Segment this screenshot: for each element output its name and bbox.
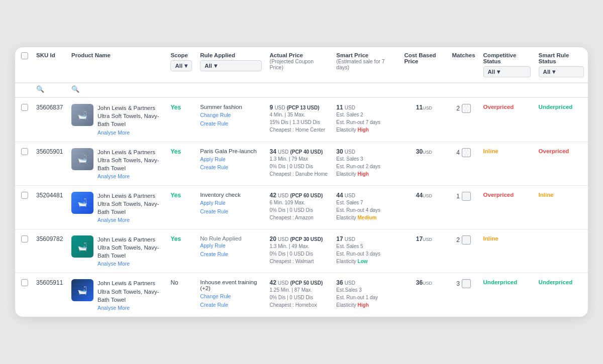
rule-header-label: Rule Applied [200,52,261,58]
rule-filter[interactable]: All ▾ [200,60,261,71]
competitive-filter[interactable]: All ▾ [483,66,531,77]
cost-currency: USD [423,237,432,242]
rule-link[interactable]: Change Rule [200,292,261,301]
sku-value: 35605911 [36,279,63,286]
product-cell: 🛁 John Lewis & Partners Ultra Soft Towel… [67,97,166,142]
sku-value: 35606837 [36,104,63,111]
smart-rule-status: Underpriced [539,279,573,285]
select-all-checkbox[interactable] [21,52,28,59]
actual-price-cell: 42 USD (PCP 60 USD) 6 Min. 109 Max. 0% D… [266,185,333,229]
search-smart-cell [332,83,400,97]
rule-link[interactable]: Create Rule [200,207,261,216]
table-row: 35204481 🛁 John Lewis & Partners Ultra S… [15,185,588,229]
smart-price-cell: 30 USD Est. Sales 3 Est. Run-out 2 days … [332,142,400,185]
rule-filter-value: All [205,63,212,69]
smart-rule-cell: Underpriced [535,273,588,317]
row-checkbox[interactable] [21,148,28,155]
scope-value: Yes [170,192,181,199]
analyse-link[interactable]: Analyse More [97,130,162,136]
rule-link[interactable]: Create Rule [200,119,261,128]
price-detail3: Cheapest : Walmart [270,258,329,265]
analyse-link[interactable]: Analyse More [97,305,162,311]
actual-price-cell: 34 USD (PCP 40 USD) 1.3 Min. | 79 Max 0%… [266,142,333,185]
matches-badge[interactable] [462,148,471,157]
matches-badge[interactable] [462,104,471,113]
competitive-status: Overpriced [483,192,514,198]
cost-currency: USD [423,281,432,286]
smart-price-currency: USD [345,105,355,110]
scope-filter[interactable]: All ▾ [170,60,192,71]
smart-rule-status: Inline [539,192,554,198]
rule-link[interactable]: Apply Rule [200,199,261,207]
row-checkbox[interactable] [21,235,28,242]
price-detail2: 0% Dis | 0 USD Dis [270,206,329,214]
product-cell: 🛁 John Lewis & Partners Ultra Soft Towel… [67,273,166,317]
row-checkbox[interactable] [21,104,28,111]
row-checkbox[interactable] [21,279,28,286]
header-smart-rule: Smart Rule Status All ▾ [535,47,588,83]
cost-currency: USD [423,193,432,198]
sku-cell: 35605911 [32,273,67,317]
rule-link[interactable]: Apply Rule [200,155,261,164]
actual-price-currency: USD [278,280,288,286]
actual-price-value: 20 [270,235,276,242]
analyse-link[interactable]: Analyse More [97,173,162,179]
rule-name: No Rule Applied [200,235,261,241]
smart-price-header-sub: (Estimated sale for 7 days) [336,58,396,70]
product-info: John Lewis & Partners Ultra Soft Towels,… [97,279,162,310]
rule-link[interactable]: Create Rule [200,301,261,309]
product-name: John Lewis & Partners Ultra Soft Towels,… [97,104,162,128]
matches-badge[interactable] [462,235,471,245]
actual-price-pcp: (PCP 40 USD) [290,149,323,155]
sku-value: 35605901 [36,148,63,155]
actual-price-cell: 9 USD (PCP 13 USD) 4 Min. | 35 Max. 15% … [266,97,333,142]
smart-rule-chevron-icon: ▾ [552,68,555,75]
rule-cell: Summer fashion Change RuleCreate Rule [196,97,265,142]
rule-link[interactable]: Create Rule [200,250,261,259]
analyse-link[interactable]: Analyse More [97,217,162,223]
row-checkbox[interactable] [21,192,28,199]
matches-badge[interactable] [462,279,471,288]
cost-cell: 36USD [400,273,448,317]
actual-price-value: 42 [270,192,276,199]
price-detail2: 0% Dis | 0 USD Dis [270,250,329,258]
price-detail1: 6 Min. 109 Max. [270,199,329,206]
cost-cell: 11USD [400,97,448,142]
actual-price-value: 34 [270,148,276,155]
competitive-cell: Overpriced [479,97,535,142]
smart-detail2: Est. Run-out 2 days [336,163,396,170]
product-name: John Lewis & Partners Ultra Soft Towels,… [97,235,162,260]
cost-value: 11 [416,104,423,111]
product-image: 🛁 [71,192,93,214]
rule-link[interactable]: Create Rule [200,163,261,172]
rule-name: Summer fashion [200,104,261,110]
search-actual-cell [266,83,333,97]
elasticity-value: Low [358,259,368,264]
competitive-chevron-icon: ▾ [497,68,500,75]
smart-rule-filter[interactable]: All ▾ [539,66,584,77]
smart-price-value: 36 [336,279,343,286]
competitive-cell: Inline [479,229,535,273]
scope-cell: Yes [166,229,196,273]
product-name: John Lewis & Partners Ultra Soft Towels,… [97,279,162,303]
scope-value: Yes [170,235,181,242]
rule-link[interactable]: Apply Rule [200,241,261,250]
product-cell: 🛁 John Lewis & Partners Ultra Soft Towel… [67,142,166,185]
scope-value: No [170,279,178,286]
matches-badge[interactable] [462,192,471,201]
sku-cell: 35606837 [32,97,67,142]
scope-value: Yes [170,148,181,155]
rule-link[interactable]: Change Rule [200,111,261,119]
smart-detail2: Est. Run-out 1 day [336,294,396,301]
header-scope: Scope All ▾ [166,47,196,83]
analyse-link[interactable]: Analyse More [97,261,162,267]
scope-cell: No [166,273,196,317]
actual-price-currency: USD [278,193,288,198]
product-header-label: Product Name [71,52,162,58]
sku-cell: 35609782 [32,229,67,273]
search-cost-cell [400,83,448,97]
cost-value: 44 [416,192,423,199]
header-competitive: Competitive Status All ▾ [479,47,535,83]
product-name: John Lewis & Partners Ultra Soft Towels,… [97,192,162,216]
scope-cell: Yes [166,142,196,185]
